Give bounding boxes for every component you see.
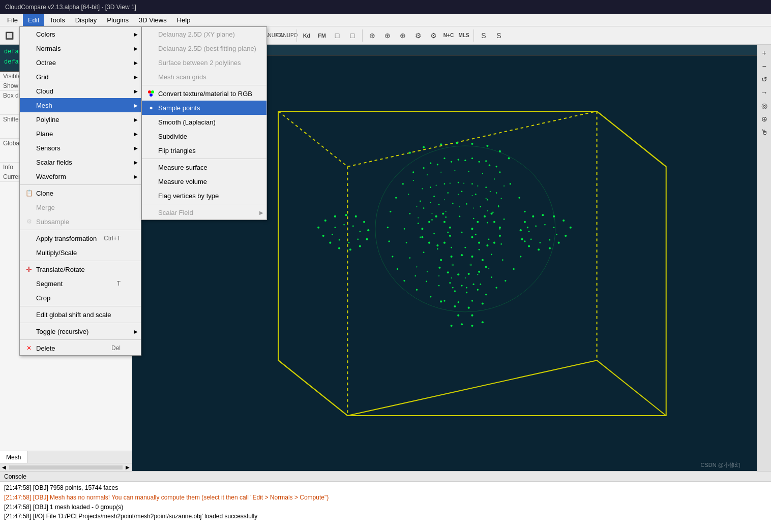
mesh-flip-triangles[interactable]: Flip triangles	[142, 143, 266, 158]
menu-normals[interactable]: Normals ▶	[20, 41, 141, 55]
svg-point-128	[317, 227, 319, 229]
svg-point-189	[427, 174, 428, 175]
menu-sensors[interactable]: Sensors ▶	[20, 141, 141, 155]
rt-btn-4[interactable]: →	[758, 86, 770, 99]
toolbar-btn-22[interactable]: S	[477, 28, 491, 43]
menu-clone[interactable]: 📋 Clone	[20, 186, 141, 200]
mesh-measure-volume[interactable]: Measure volume	[142, 174, 266, 189]
menu-3dviews[interactable]: 3D Views	[134, 14, 172, 26]
rt-btn-3[interactable]: ↺	[758, 73, 770, 85]
menu-toggle-recursive[interactable]: Toggle (recursive) ▶	[20, 324, 141, 338]
menu-delete[interactable]: ✕ Delete Del	[20, 341, 141, 355]
menu-display[interactable]: Display	[70, 14, 102, 26]
toolbar-btn-nc[interactable]: N+C	[441, 28, 456, 43]
svg-point-27	[390, 211, 391, 212]
svg-point-217	[488, 268, 489, 269]
menu-colors[interactable]: Colors ▶	[20, 27, 141, 41]
toolbar-btn-15[interactable]: □	[330, 28, 344, 43]
svg-point-185	[486, 145, 488, 147]
svg-marker-0	[278, 111, 666, 416]
toolbar-btn-21[interactable]: ⚙	[426, 28, 440, 43]
svg-point-162	[553, 227, 555, 228]
toolbar-btn-17[interactable]: ⊕	[365, 28, 379, 43]
svg-point-229	[432, 213, 433, 214]
toolbar-btn-1[interactable]: 🔲	[2, 28, 16, 43]
scroll-track[interactable]	[9, 465, 123, 470]
scroll-left[interactable]: ◀	[0, 463, 8, 472]
toolbar-btn-20[interactable]: ⚙	[411, 28, 425, 43]
menu-waveform[interactable]: Waveform ▶	[20, 169, 141, 183]
menu-crop[interactable]: Crop	[20, 291, 141, 305]
mesh-arrow: ▶	[134, 103, 138, 108]
rt-btn-6[interactable]: ⊕	[758, 113, 770, 125]
svg-point-17	[412, 171, 414, 173]
svg-point-190	[440, 172, 441, 173]
rt-btn-5[interactable]: ◎	[758, 100, 770, 112]
menu-edit-global-shift[interactable]: Edit global shift and scale	[20, 307, 141, 322]
toolbar-btn-18[interactable]: ⊕	[380, 28, 395, 43]
scroll-right[interactable]: ▶	[124, 463, 132, 472]
toolbar-btn-fm[interactable]: FM	[315, 28, 329, 43]
svg-point-173	[482, 302, 484, 304]
tab-mesh[interactable]: Mesh	[0, 451, 27, 463]
svg-line-2	[597, 111, 666, 167]
svg-point-36	[527, 227, 528, 228]
toolbar-btn-kd[interactable]: Kd	[300, 28, 314, 43]
svg-point-74	[473, 218, 475, 220]
menu-plugins[interactable]: Plugins	[102, 14, 134, 26]
svg-point-228	[446, 211, 447, 212]
menu-plane[interactable]: Plane ▶	[20, 127, 141, 141]
toolbar-btn-mls[interactable]: MLS	[457, 28, 471, 43]
menu-segment[interactable]: Segment T	[20, 276, 141, 291]
svg-point-32	[403, 280, 405, 281]
svg-point-75	[487, 222, 488, 224]
menu-file[interactable]: File	[2, 14, 23, 26]
menu-polyline[interactable]: Polyline ▶	[20, 112, 141, 127]
console-line-3: [21:47:58] [OBJ] 1 mesh loaded - 0 group…	[4, 503, 767, 512]
plane-label: Plane	[36, 130, 53, 138]
octree-arrow: ▶	[134, 60, 138, 66]
toolbar-btn-16[interactable]: □	[345, 28, 360, 43]
menu-help[interactable]: Help	[172, 14, 196, 26]
svg-line-7	[278, 111, 347, 167]
sensors-arrow: ▶	[134, 145, 138, 151]
mesh-subdivide[interactable]: Subdivide	[142, 129, 266, 143]
toolbar-btn-canupo2[interactable]: CANUPO	[280, 28, 294, 43]
menu-grid[interactable]: Grid ▶	[20, 70, 141, 84]
svg-point-195	[503, 185, 505, 186]
svg-point-170	[440, 300, 442, 302]
rt-btn-7[interactable]: 🖱	[758, 126, 770, 138]
menu-scalar-fields[interactable]: Scalar fields ▶	[20, 155, 141, 169]
watermark: CSDN @小修幻	[701, 461, 740, 469]
svg-point-71	[431, 219, 433, 221]
menu-multiply-scale[interactable]: Multiply/Scale	[20, 245, 141, 260]
mesh-smooth-laplacian[interactable]: Smooth (Laplacian)	[142, 115, 266, 129]
svg-point-52	[485, 186, 487, 188]
svg-point-104	[477, 221, 479, 223]
mesh-measure-surface[interactable]: Measure surface	[142, 160, 266, 174]
scalar-fields-arrow: ▶	[134, 160, 138, 165]
toolbar-btn-23[interactable]: S	[492, 28, 506, 43]
scalar-field-arrow: ▶	[259, 210, 263, 215]
svg-point-207	[452, 287, 454, 289]
rt-btn-2[interactable]: −	[758, 60, 770, 72]
mesh-convert-texture[interactable]: Convert texture/material to RGB	[142, 86, 266, 101]
menu-edit[interactable]: Edit	[23, 14, 44, 26]
smooth-icon	[146, 117, 156, 127]
subsample-label: Subsample	[36, 218, 69, 226]
menu-translate-rotate[interactable]: ✛ Translate/Rotate	[20, 262, 141, 276]
toolbar-btn-19[interactable]: ⊕	[396, 28, 410, 43]
menu-apply-transformation[interactable]: Apply transformation Ctrl+T	[20, 231, 141, 245]
svg-point-16	[495, 166, 497, 167]
menu-tools[interactable]: Tools	[44, 14, 70, 26]
mesh-surface-2-polylines: Surface between 2 polylines	[142, 55, 266, 70]
flag-vertices-icon	[146, 191, 156, 201]
menu-octree[interactable]: Octree ▶	[20, 55, 141, 70]
menu-mesh[interactable]: Mesh ▶	[20, 98, 141, 112]
svg-point-72	[445, 216, 447, 218]
mesh-sample-points[interactable]: ● Sample points	[142, 101, 266, 115]
mesh-flag-vertices[interactable]: Flag vertices by type	[142, 189, 266, 203]
rt-btn-1[interactable]: +	[758, 47, 770, 59]
menu-cloud[interactable]: Cloud ▶	[20, 84, 141, 98]
delaunay-best-icon	[146, 43, 156, 53]
